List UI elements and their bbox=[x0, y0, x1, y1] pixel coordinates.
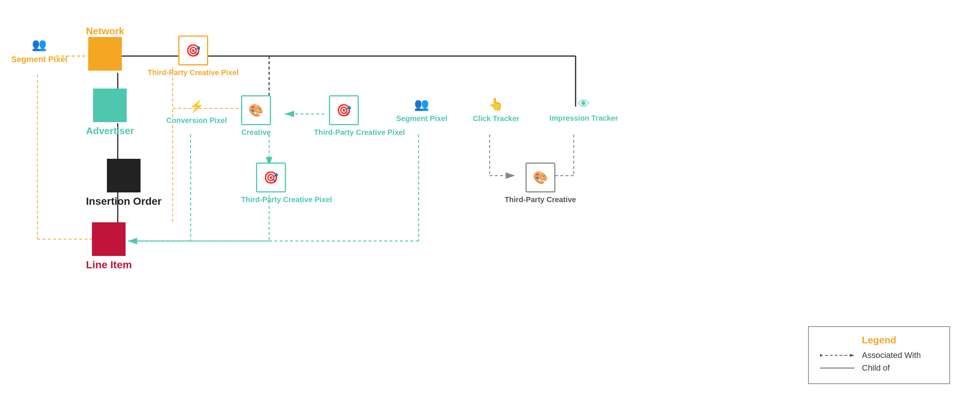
third-party-creative-label: Third-Party Creative bbox=[504, 195, 576, 204]
network-label: Network bbox=[86, 25, 124, 37]
click-tracker-label: Click Tracker bbox=[473, 114, 520, 123]
third-party-creative-pixel-top-label: Third-Party Creative Pixel bbox=[148, 68, 239, 77]
insertion-order-node: Insertion Order bbox=[86, 159, 161, 207]
segment-pixel-mid-icon: 👥 bbox=[414, 97, 429, 111]
network-node: Network bbox=[86, 22, 124, 71]
third-party-creative-node: 🎨 Third-Party Creative bbox=[504, 163, 576, 204]
click-tracker-icon: 👆 bbox=[488, 97, 503, 111]
third-party-creative-box: 🎨 bbox=[525, 163, 555, 192]
line-item-label: Line Item bbox=[86, 259, 132, 271]
svg-point-30 bbox=[820, 354, 821, 357]
third-party-creative-pixel-low-label: Third-Party Creative Pixel bbox=[241, 195, 301, 204]
legend-associated-with-label: Associated With bbox=[862, 351, 921, 360]
advertiser-box bbox=[93, 89, 127, 122]
segment-pixel-top-label: Segment Pixel bbox=[11, 54, 67, 64]
conversion-pixel-node: ⚡ Conversion Pixel bbox=[166, 99, 227, 125]
third-party-creative-pixel-mid-label: Third-Party Creative Pixel bbox=[314, 128, 374, 137]
third-party-creative-pixel-low-box: 🎯 bbox=[256, 163, 286, 192]
conversion-pixel-icon: ⚡ bbox=[189, 99, 204, 113]
legend-child-of-label: Child of bbox=[862, 363, 890, 373]
network-box bbox=[88, 37, 122, 71]
third-party-creative-pixel-top-icon: 🎯 bbox=[186, 43, 201, 57]
legend-child-of-line bbox=[820, 364, 858, 372]
segment-pixel-top-icon: 👥 bbox=[32, 37, 47, 52]
third-party-creative-pixel-mid-node: 🎯 Third-Party Creative Pixel bbox=[314, 95, 374, 137]
creative-box: 🎨 bbox=[241, 95, 271, 125]
insertion-order-box bbox=[107, 159, 140, 192]
legend-title: Legend bbox=[820, 335, 938, 346]
line-item-box bbox=[92, 222, 126, 256]
third-party-creative-pixel-low-icon: 🎯 bbox=[264, 170, 278, 185]
legend-box: Legend Associated With Child of bbox=[808, 326, 950, 384]
impression-tracker-icon: 👁 bbox=[578, 97, 590, 111]
impression-tracker-label: Impression Tracker bbox=[549, 114, 618, 122]
click-tracker-node: 👆 Click Tracker bbox=[473, 97, 520, 123]
segment-pixel-mid-node: 👥 Segment Pixel bbox=[396, 97, 447, 123]
creative-label: Creative bbox=[242, 128, 271, 137]
impression-tracker-node: 👁 Impression Tracker bbox=[549, 97, 618, 122]
advertiser-node: Advertiser bbox=[86, 89, 134, 137]
advertiser-label: Advertiser bbox=[86, 125, 134, 137]
conversion-pixel-label: Conversion Pixel bbox=[166, 116, 227, 125]
creative-node: 🎨 Creative bbox=[241, 95, 271, 137]
legend-associated-with-line bbox=[820, 352, 858, 359]
third-party-creative-pixel-top-node: 🎯 Third-Party Creative Pixel bbox=[148, 35, 239, 77]
third-party-creative-pixel-top-box: 🎯 bbox=[178, 35, 208, 65]
svg-marker-29 bbox=[850, 354, 854, 357]
diagram-container: Network 👥 Segment Pixel 🎯 Third-Party Cr… bbox=[0, 0, 980, 414]
segment-pixel-mid-label: Segment Pixel bbox=[396, 114, 447, 123]
third-party-creative-icon: 🎨 bbox=[533, 170, 548, 185]
legend-associated-with-row: Associated With bbox=[820, 351, 938, 360]
line-item-node: Line Item bbox=[86, 222, 132, 271]
insertion-order-label: Insertion Order bbox=[86, 195, 161, 207]
third-party-creative-pixel-mid-icon: 🎯 bbox=[336, 103, 352, 117]
creative-icon: 🎨 bbox=[248, 103, 264, 117]
segment-pixel-top-node: 👥 Segment Pixel bbox=[11, 37, 67, 64]
legend-child-of-row: Child of bbox=[820, 363, 938, 373]
third-party-creative-pixel-mid-box: 🎯 bbox=[329, 95, 359, 125]
third-party-creative-pixel-low-node: 🎯 Third-Party Creative Pixel bbox=[241, 163, 301, 204]
